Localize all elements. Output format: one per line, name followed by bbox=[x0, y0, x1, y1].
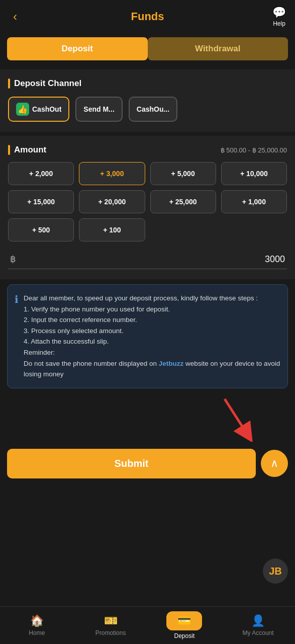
info-brand: Jetbuzz bbox=[159, 360, 184, 367]
help-button[interactable]: 💬 Help bbox=[272, 6, 286, 27]
nav-deposit-label: Deposit bbox=[174, 632, 195, 639]
bottom-nav: 🏠 Home 🎫 Promotions 💳 Deposit 👤 My Accou… bbox=[0, 606, 295, 644]
info-box: ℹ Dear all member, to speed up your depo… bbox=[7, 284, 288, 388]
nav-myaccount-label: My Account bbox=[243, 629, 274, 636]
floating-logo: JB bbox=[263, 558, 288, 584]
deposit-channel-title: Deposit Channel bbox=[8, 78, 287, 89]
amount-title: Amount bbox=[8, 145, 46, 155]
amount-btn-5000[interactable]: + 5,000 bbox=[150, 162, 216, 185]
deposit-nav-wrap: 💳 bbox=[166, 611, 202, 630]
info-line5: 4. Attach the successful slip. bbox=[24, 338, 109, 345]
tab-bar: Deposit Withdrawal bbox=[0, 32, 295, 65]
amount-value: 3000 bbox=[20, 254, 285, 265]
svg-line-1 bbox=[225, 399, 247, 434]
info-line3: 2. Input the correct reference number. bbox=[24, 316, 137, 324]
deposit-channel-section: Deposit Channel 👍 CashOut Send M... Cash… bbox=[0, 69, 295, 132]
channel-sendm-label: Send M... bbox=[83, 105, 114, 113]
channel-cashout-label: CashOut bbox=[32, 105, 61, 113]
channel-sendm[interactable]: Send M... bbox=[75, 97, 122, 122]
submit-button[interactable]: Submit bbox=[7, 449, 256, 478]
title-bar-accent bbox=[8, 78, 10, 89]
info-icon: ℹ bbox=[15, 293, 19, 380]
help-icon: 💬 bbox=[272, 6, 286, 19]
submit-area: Submit ∧ bbox=[0, 442, 295, 487]
info-line2: 1. Verify the phone number you used for … bbox=[24, 305, 170, 313]
header: ‹ Funds 💬 Help bbox=[0, 0, 295, 32]
amount-btn-1000[interactable]: + 1,000 bbox=[221, 190, 287, 213]
amount-btn-15000[interactable]: + 15,000 bbox=[8, 190, 74, 213]
home-icon: 🏠 bbox=[30, 614, 44, 627]
amount-btn-100[interactable]: + 100 bbox=[79, 218, 145, 242]
currency-symbol: ฿ bbox=[10, 254, 16, 265]
collapse-icon: ∧ bbox=[270, 457, 278, 470]
amount-btn-20000[interactable]: + 20,000 bbox=[79, 190, 145, 213]
help-label: Help bbox=[273, 20, 285, 27]
tab-withdrawal[interactable]: Withdrawal bbox=[148, 37, 288, 60]
arrow-annotation bbox=[0, 396, 295, 442]
info-line6: Do not save the phone number displayed o… bbox=[24, 360, 159, 367]
channel-cashout[interactable]: 👍 CashOut bbox=[8, 97, 69, 122]
nav-promotions[interactable]: 🎫 Promotions bbox=[74, 607, 148, 644]
info-line1: Dear all member, to speed up your deposi… bbox=[24, 294, 258, 302]
collapse-button[interactable]: ∧ bbox=[261, 450, 288, 477]
nav-promotions-label: Promotions bbox=[95, 629, 126, 636]
channel-cashou2[interactable]: CashOu... bbox=[129, 97, 177, 122]
amount-btn-25000[interactable]: + 25,000 bbox=[150, 190, 216, 213]
nav-home[interactable]: 🏠 Home bbox=[0, 607, 74, 644]
nav-home-label: Home bbox=[29, 629, 45, 636]
back-button[interactable]: ‹ bbox=[9, 8, 21, 26]
info-line4: 3. Process only selected amount. bbox=[24, 327, 124, 335]
channel-grid: 👍 CashOut Send M... CashOu... bbox=[8, 97, 287, 122]
promotions-icon: 🎫 bbox=[104, 614, 118, 627]
nav-deposit[interactable]: 💳 Deposit bbox=[148, 607, 222, 644]
tab-deposit[interactable]: Deposit bbox=[7, 37, 148, 60]
info-reminder: Reminder: bbox=[24, 349, 55, 356]
deposit-icon: 💳 bbox=[177, 614, 191, 627]
amount-btn-500[interactable]: + 500 bbox=[8, 218, 74, 242]
channel-cashou2-label: CashOu... bbox=[137, 105, 169, 113]
amount-input-row: ฿ 3000 bbox=[8, 250, 287, 269]
amount-section: Amount ฿ 500.00 - ฿ 25,000.00 + 2,000 + … bbox=[0, 136, 295, 279]
amount-btn-3000[interactable]: + 3,000 bbox=[79, 162, 145, 185]
amount-btn-10000[interactable]: + 10,000 bbox=[221, 162, 287, 185]
info-text: Dear all member, to speed up your deposi… bbox=[24, 293, 280, 380]
nav-myaccount[interactable]: 👤 My Account bbox=[221, 607, 295, 644]
amount-title-bar bbox=[8, 145, 10, 155]
cashout-icon: 👍 bbox=[16, 103, 29, 116]
amount-range: ฿ 500.00 - ฿ 25,000.00 bbox=[221, 146, 287, 154]
red-arrow-svg bbox=[210, 396, 255, 442]
amount-grid: + 2,000 + 3,000 + 5,000 + 10,000 + 15,00… bbox=[8, 162, 287, 242]
myaccount-icon: 👤 bbox=[251, 614, 265, 627]
page-title: Funds bbox=[131, 10, 164, 23]
amount-header: Amount ฿ 500.00 - ฿ 25,000.00 bbox=[8, 145, 287, 155]
amount-btn-2000[interactable]: + 2,000 bbox=[8, 162, 74, 185]
